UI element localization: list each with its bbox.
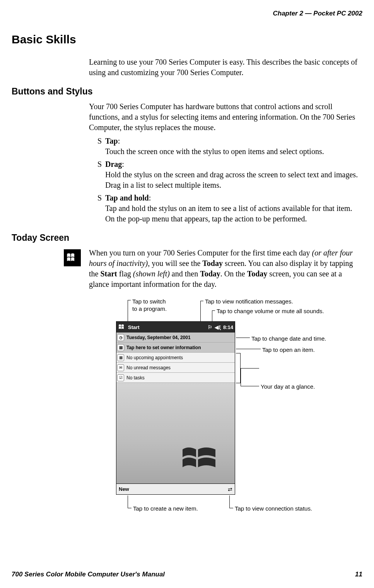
heading-basic-skills: Basic Skills [12, 33, 362, 46]
tasks-icon: ☑ [117, 374, 124, 381]
new-button[interactable]: New [119, 486, 129, 492]
buttons-intro-paragraph: Your 700 Series Computer has hardware bu… [89, 101, 362, 133]
leader-line [241, 368, 259, 369]
messages-row[interactable]: ✉ No unread messages [116, 363, 235, 373]
today-paragraph: When you turn on your 700 Series Compute… [89, 248, 362, 290]
speaker-icon[interactable]: ◀ξ [215, 324, 221, 330]
leader-line [241, 386, 259, 386]
leader-line [200, 301, 203, 301]
notification-icon[interactable]: ⚐ [208, 324, 212, 330]
bullet-dot: S [97, 193, 102, 203]
navbar[interactable]: Start ⚐ ◀ξ 8:14 [116, 322, 235, 333]
bullet-colon: : [122, 160, 124, 168]
windows-logo-icon [181, 445, 219, 472]
running-header: Chapter 2 — Pocket PC 2002 [12, 10, 362, 17]
tasks-row[interactable]: ☑ No tasks [116, 373, 235, 383]
command-bar: New ⇄ [116, 483, 235, 494]
today-row: When you turn on your 700 Series Compute… [64, 248, 362, 290]
text: When you turn on your 700 Series Compute… [89, 249, 312, 257]
callout-day-glance: Your day at a glance. [261, 383, 315, 391]
callout-switch-program: Tap to switch to a program. [132, 298, 167, 313]
bullet-label: Tap and hold [105, 194, 149, 202]
connection-icon[interactable]: ⇄ [228, 486, 232, 492]
callout-connection: Tap to view connection status. [235, 505, 312, 513]
bullet-colon: : [118, 137, 120, 145]
bullet-drag: S Drag: Hold the stylus on the screen an… [97, 159, 362, 190]
bracket [236, 353, 241, 383]
text-bold: Start [100, 269, 117, 278]
callout-open-item: Tap to open an item. [262, 346, 315, 354]
text-emphasis: (shown left) [133, 269, 170, 278]
text: , you will see the [148, 259, 202, 267]
tasks-text: No tasks [126, 375, 145, 381]
bullet-list: S Tap: Touch the screen once with the st… [97, 136, 362, 224]
wallpaper [116, 383, 235, 483]
today-screen-figure: Tap to switch to a program. Tap to view … [104, 298, 367, 523]
owner-row[interactable]: ▤ Tap here to set owner information [116, 343, 235, 353]
bullet-tap-and-hold: S Tap and hold: Tap and hold the stylus … [97, 193, 362, 224]
leader-line [128, 300, 131, 300]
bullet-label: Drag [105, 160, 122, 168]
text: and then [170, 269, 200, 278]
text-bold: Today [202, 259, 223, 267]
text-bold: Today [247, 269, 268, 278]
bullet-colon: : [149, 194, 151, 202]
date-text: Tuesday, September 04, 2001 [126, 335, 191, 340]
callout-text: Tap to switch [132, 298, 166, 305]
leader-line [128, 508, 131, 508]
text-bold: Today [200, 269, 220, 278]
leader-line [229, 508, 233, 508]
callout-date-time: Tap to change date and time. [251, 335, 326, 343]
callout-notifications: Tap to view notification messages. [205, 298, 293, 305]
page-number: 11 [355, 571, 362, 578]
windows-flag-icon [64, 249, 81, 266]
bullet-body: Touch the screen once with the stylus to… [105, 147, 324, 156]
heading-today-screen: Today Screen [12, 233, 362, 243]
clock-icon: ◷ [117, 334, 124, 341]
leader-line [128, 495, 128, 508]
appointments-text: No upcoming appointments [126, 355, 183, 360]
callout-text: to a program. [132, 305, 167, 312]
leader-line [241, 368, 241, 386]
calendar-icon: ▦ [117, 354, 124, 361]
leader-line [236, 338, 250, 338]
inbox-icon: ✉ [117, 364, 124, 371]
start-flag-icon[interactable] [118, 323, 126, 331]
text: flag [117, 269, 133, 278]
leader-line [212, 310, 215, 311]
bullet-tap: S Tap: Touch the screen once with the st… [97, 136, 362, 157]
bullet-label: Tap [105, 137, 118, 145]
bullet-body: Hold the stylus on the screen and drag a… [105, 170, 358, 189]
manual-title: 700 Series Color Mobile Computer User's … [12, 571, 165, 578]
heading-buttons-and-stylus: Buttons and Stylus [12, 86, 362, 97]
owner-icon: ▤ [117, 344, 124, 351]
leader-line [229, 495, 230, 508]
pocketpc-device: Start ⚐ ◀ξ 8:14 ◷ Tuesday, September 04,… [116, 321, 235, 495]
owner-text: Tap here to set owner information [126, 345, 201, 350]
messages-text: No unread messages [126, 365, 171, 370]
text: . On the [220, 269, 247, 278]
intro-paragraph: Learning to use your 700 Series Computer… [89, 57, 362, 78]
clock-text[interactable]: 8:14 [223, 324, 233, 330]
callout-volume: Tap to change volume or mute all sounds. [217, 308, 324, 315]
bullet-body: Tap and hold the stylus on an item to se… [105, 204, 352, 223]
date-row[interactable]: ◷ Tuesday, September 04, 2001 [116, 333, 235, 343]
leader-line [236, 349, 261, 349]
chapter-number: Chapter 2 [273, 10, 303, 17]
header-separator: — [303, 10, 313, 17]
bullet-dot: S [97, 159, 102, 170]
callout-new-item: Tap to create a new item. [133, 505, 198, 513]
appointments-row[interactable]: ▦ No upcoming appointments [116, 353, 235, 363]
bullet-dot: S [97, 136, 102, 146]
running-footer: 700 Series Color Mobile Computer User's … [12, 571, 362, 578]
product-name: Pocket PC 2002 [313, 10, 362, 17]
start-label[interactable]: Start [128, 324, 140, 330]
